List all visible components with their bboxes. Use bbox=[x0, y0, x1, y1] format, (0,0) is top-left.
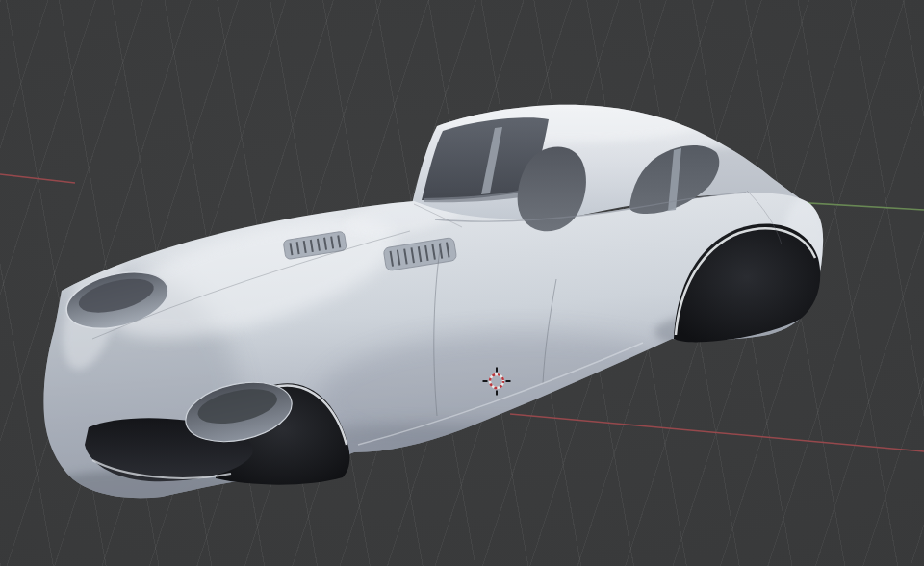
car-body-object[interactable] bbox=[0, 100, 832, 539]
car-body-shell bbox=[0, 189, 828, 539]
3d-viewport[interactable] bbox=[0, 0, 924, 566]
viewport-canvas[interactable] bbox=[0, 0, 924, 566]
x-axis-line-right bbox=[510, 414, 924, 451]
x-axis-line-left bbox=[0, 174, 75, 183]
